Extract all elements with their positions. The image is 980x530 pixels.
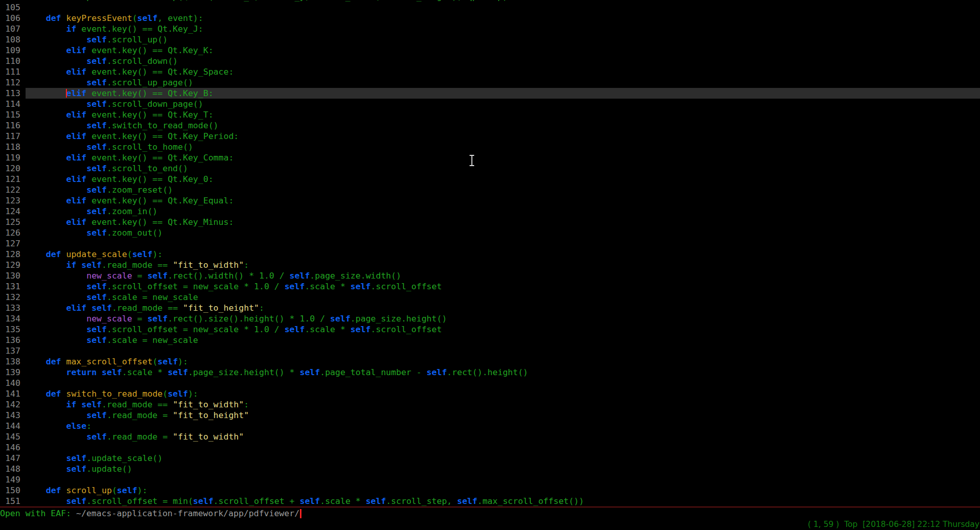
- line-code: elif event.key() == Qt.Key_Minus:: [26, 217, 980, 227]
- line-code: self.scroll_to_home(): [26, 142, 980, 152]
- code-line[interactable]: 107 if event.key() == Qt.Key_J:: [0, 24, 980, 34]
- line-number: 128: [0, 249, 26, 260]
- line-number: 147: [0, 453, 26, 464]
- code-line[interactable]: 108 self.scroll_up(): [0, 34, 980, 45]
- minibuffer[interactable]: Open with EAF: ~/emacs-application-frame…: [0, 509, 301, 520]
- code-line[interactable]: 142 if self.read_mode == "fit_to_width":: [0, 399, 980, 410]
- code-line[interactable]: 137: [0, 345, 980, 356]
- code-line[interactable]: 128 def update_scale(self):: [0, 249, 980, 260]
- code-line[interactable]: 121 elif event.key() == Qt.Key_0:: [0, 174, 980, 185]
- line-number: 142: [0, 399, 26, 410]
- line-number: 145: [0, 431, 26, 442]
- buffer-cursor: [66, 89, 67, 98]
- code-line[interactable]: 111 elif event.key() == Qt.Key_Space:: [0, 66, 980, 77]
- code-line[interactable]: 148 self.update(): [0, 464, 980, 474]
- line-number: 143: [0, 410, 26, 421]
- code-line[interactable]: 120 self.scroll_to_end(): [0, 163, 980, 174]
- line-code: [26, 2, 980, 13]
- line-code: self.scroll_down_page(): [26, 99, 980, 109]
- code-line[interactable]: 139 return self.scale * self.page_size.h…: [0, 367, 980, 378]
- line-code: new_scale = self.rect().width() * 1.0 / …: [26, 270, 980, 281]
- code-line[interactable]: 110 self.scroll_down(): [0, 56, 980, 66]
- code-line[interactable]: 131 self.scroll_offset = new_scale * 1.0…: [0, 281, 980, 292]
- line-code: return self.scale * self.page_size.heigh…: [26, 367, 980, 378]
- code-line[interactable]: 109 elif event.key() == Qt.Key_K:: [0, 45, 980, 56]
- line-code: self.scroll_offset = min(self.scroll_off…: [26, 496, 980, 506]
- code-buffer[interactable]: 104 painter.drawPixmap(QRect(render_x, r…: [0, 0, 980, 506]
- line-code: elif event.key() == Qt.Key_Comma:: [26, 152, 980, 163]
- code-line[interactable]: 119 elif event.key() == Qt.Key_Comma:: [0, 152, 980, 163]
- code-line[interactable]: 122 self.zoom_reset(): [0, 185, 980, 195]
- code-line[interactable]: 106 def keyPressEvent(self, event):: [0, 13, 980, 24]
- line-code: self.zoom_out(): [26, 227, 980, 238]
- code-line[interactable]: 115 elif event.key() == Qt.Key_T:: [0, 109, 980, 120]
- line-number: 129: [0, 260, 26, 270]
- code-line[interactable]: 150 def scroll_up(self):: [0, 485, 980, 496]
- line-number: 109: [0, 45, 26, 56]
- line-number: 123: [0, 195, 26, 206]
- line-number: 118: [0, 142, 26, 152]
- line-code: [26, 345, 980, 356]
- line-number: 114: [0, 99, 26, 109]
- line-number: 141: [0, 388, 26, 399]
- line-number: 139: [0, 367, 26, 378]
- line-code: elif self.read_mode == "fit_to_height":: [26, 303, 980, 313]
- line-number: 125: [0, 217, 26, 227]
- line-code: self.scale = new_scale: [26, 292, 980, 303]
- code-line[interactable]: 136 self.scale = new_scale: [0, 335, 980, 345]
- line-code: elif event.key() == Qt.Key_K:: [26, 45, 980, 56]
- line-code: self.scale = new_scale: [26, 335, 980, 345]
- line-number: 115: [0, 109, 26, 120]
- code-line[interactable]: 132 self.scale = new_scale: [0, 292, 980, 303]
- code-line[interactable]: 143 self.read_mode = "fit_to_height": [0, 410, 980, 421]
- code-line[interactable]: 125 elif event.key() == Qt.Key_Minus:: [0, 217, 980, 227]
- code-line[interactable]: 129 if self.read_mode == "fit_to_width":: [0, 260, 980, 270]
- code-line[interactable]: 134 new_scale = self.rect().size().heigh…: [0, 313, 980, 324]
- code-line[interactable]: 149: [0, 474, 980, 485]
- line-number: 134: [0, 313, 26, 324]
- line-number: 137: [0, 345, 26, 356]
- code-line-current[interactable]: 113 elif event.key() == Qt.Key_B:: [0, 88, 980, 99]
- ibeam-mouse-cursor-icon: [469, 155, 475, 166]
- code-line[interactable]: 112 self.scroll_up_page(): [0, 77, 980, 88]
- line-code: self.scroll_up_page(): [26, 77, 980, 88]
- code-rows: 104 painter.drawPixmap(QRect(render_x, r…: [0, 0, 980, 506]
- code-line[interactable]: 135 self.scroll_offset = new_scale * 1.0…: [0, 324, 980, 335]
- line-number: 111: [0, 66, 26, 77]
- code-line[interactable]: 117 elif event.key() == Qt.Key_Period:: [0, 131, 980, 142]
- line-code: self.read_mode = "fit_to_width": [26, 431, 980, 442]
- line-code: [26, 238, 980, 249]
- code-line[interactable]: 123 elif event.key() == Qt.Key_Equal:: [0, 195, 980, 206]
- line-number: 120: [0, 163, 26, 174]
- line-number: 149: [0, 474, 26, 485]
- line-number: 131: [0, 281, 26, 292]
- code-line[interactable]: 114 self.scroll_down_page(): [0, 99, 980, 109]
- code-line[interactable]: 144 else:: [0, 421, 980, 431]
- code-line[interactable]: 130 new_scale = self.rect().width() * 1.…: [0, 270, 980, 281]
- line-number: 127: [0, 238, 26, 249]
- line-number: 119: [0, 152, 26, 163]
- line-code: def max_scroll_offset(self):: [26, 356, 980, 367]
- line-code: def scroll_up(self):: [26, 485, 980, 496]
- code-line[interactable]: 126 self.zoom_out(): [0, 227, 980, 238]
- code-line[interactable]: 105: [0, 2, 980, 13]
- code-line[interactable]: 151 self.scroll_offset = min(self.scroll…: [0, 496, 980, 506]
- line-code: def switch_to_read_mode(self):: [26, 388, 980, 399]
- code-line[interactable]: 133 elif self.read_mode == "fit_to_heigh…: [0, 303, 980, 313]
- minibuffer-input[interactable]: ~/emacs-application-framework/app/pdfvie…: [76, 509, 299, 518]
- line-code: [26, 378, 980, 388]
- line-number: 144: [0, 421, 26, 431]
- code-line[interactable]: 118 self.scroll_to_home(): [0, 142, 980, 152]
- code-line[interactable]: 116 self.switch_to_read_mode(): [0, 120, 980, 131]
- code-line[interactable]: 138 def max_scroll_offset(self):: [0, 356, 980, 367]
- code-line[interactable]: 145 self.read_mode = "fit_to_width": [0, 431, 980, 442]
- code-line[interactable]: 124 self.zoom_in(): [0, 206, 980, 217]
- line-number: 132: [0, 292, 26, 303]
- code-line[interactable]: 146: [0, 442, 980, 453]
- code-line[interactable]: 141 def switch_to_read_mode(self):: [0, 388, 980, 399]
- line-number: 126: [0, 227, 26, 238]
- code-line[interactable]: 127: [0, 238, 980, 249]
- code-line[interactable]: 140: [0, 378, 980, 388]
- line-number: 151: [0, 496, 26, 506]
- code-line[interactable]: 147 self.update_scale(): [0, 453, 980, 464]
